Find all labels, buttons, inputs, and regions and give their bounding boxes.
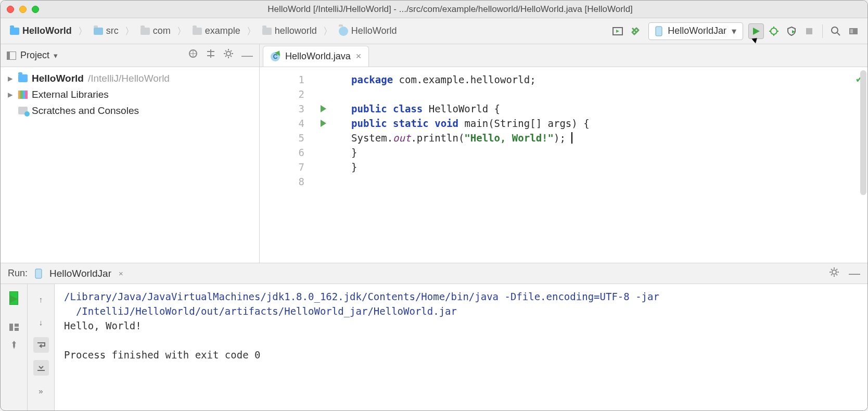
console-output[interactable]: /Library/Java/JavaVirtualMachines/jdk1.8… bbox=[55, 284, 867, 410]
external-libraries-node[interactable]: ▸ External Libraries bbox=[1, 86, 259, 102]
tab-label: HelloWorld.java bbox=[285, 51, 351, 62]
run-configuration-select[interactable]: HelloWorldJar ▾ bbox=[648, 22, 743, 40]
text-caret bbox=[566, 132, 572, 144]
main-area: Project ▾ — ▸ HelloWorld /IntelliJ/Hello… bbox=[1, 44, 867, 263]
hide-icon[interactable]: — bbox=[241, 49, 253, 62]
minimize-window-button[interactable] bbox=[19, 6, 27, 13]
editor-area: C HelloWorld.java × ✔ 1 2 3 4 5 6 7 8 pa… bbox=[260, 44, 867, 263]
svg-point-11 bbox=[832, 27, 838, 33]
svg-line-28 bbox=[225, 50, 226, 52]
debug-button[interactable] bbox=[766, 23, 782, 39]
pin-icon[interactable] bbox=[10, 340, 18, 350]
scratches-node[interactable]: ▸ Scratches and Consoles bbox=[1, 102, 259, 119]
line-number: 6 bbox=[260, 145, 304, 160]
run-dashboard-icon[interactable] bbox=[610, 23, 626, 39]
breadcrumb-item[interactable]: HelloWorld bbox=[22, 25, 72, 36]
run-panel-body: ▶ ↑ ↓ » /Library/Java/JavaVirtualMachine… bbox=[1, 284, 867, 410]
scratches-icon bbox=[18, 107, 28, 114]
breadcrumb-separator-icon: 〉 bbox=[174, 25, 189, 37]
gear-icon[interactable] bbox=[829, 267, 839, 280]
svg-line-41 bbox=[831, 274, 832, 275]
code-token: void bbox=[435, 118, 458, 129]
zoom-window-button[interactable] bbox=[32, 6, 39, 13]
console-line: /IntelliJ/HelloWorld/out/artifacts/Hello… bbox=[64, 305, 457, 317]
rerun-button[interactable]: ▶ bbox=[9, 291, 18, 305]
chevron-down-icon: ▾ bbox=[732, 25, 736, 37]
soft-wrap-icon[interactable] bbox=[33, 337, 49, 353]
breadcrumb-item[interactable]: HelloWorld bbox=[351, 25, 397, 36]
layout-button[interactable] bbox=[9, 324, 19, 331]
navigation-bar: HelloWorld 〉 src 〉 com 〉 example 〉 hello… bbox=[1, 18, 867, 44]
project-root-node[interactable]: ▸ HelloWorld /IntelliJ/HelloWorld bbox=[1, 70, 259, 86]
more-icon[interactable]: » bbox=[33, 383, 49, 399]
window-controls bbox=[7, 6, 39, 13]
project-tool-window: Project ▾ — ▸ HelloWorld /IntelliJ/Hello… bbox=[1, 44, 260, 263]
breadcrumb-item[interactable]: example bbox=[205, 25, 240, 36]
stop-button[interactable] bbox=[801, 23, 817, 39]
svg-rect-32 bbox=[35, 269, 42, 278]
svg-rect-44 bbox=[15, 328, 19, 331]
run-button[interactable] bbox=[748, 23, 764, 39]
line-number: 1 bbox=[260, 72, 304, 87]
project-structure-button[interactable] bbox=[846, 23, 861, 39]
code-token: out bbox=[393, 132, 411, 144]
expand-arrow-icon[interactable]: ▸ bbox=[8, 88, 14, 100]
console-line: Hello, World! bbox=[64, 320, 142, 331]
editor-gutter[interactable]: 1 2 3 4 5 6 7 8 bbox=[260, 67, 310, 263]
breadcrumb-separator-icon: 〉 bbox=[320, 25, 336, 37]
expand-all-icon[interactable] bbox=[206, 49, 215, 62]
run-action-column: ▶ bbox=[1, 284, 28, 410]
close-run-tab-icon[interactable]: × bbox=[119, 269, 123, 278]
breadcrumb: HelloWorld 〉 src 〉 com 〉 example 〉 hello… bbox=[10, 25, 397, 37]
svg-point-23 bbox=[226, 52, 231, 56]
folder-icon bbox=[141, 28, 150, 35]
breadcrumb-item[interactable]: src bbox=[106, 25, 119, 36]
line-number: 4 bbox=[260, 116, 304, 131]
toolbar-separator bbox=[822, 24, 823, 38]
locate-icon[interactable] bbox=[188, 49, 198, 62]
project-panel-label[interactable]: Project bbox=[20, 50, 49, 61]
scroll-to-end-icon[interactable] bbox=[33, 360, 49, 376]
close-window-button[interactable] bbox=[7, 6, 14, 13]
code-token: } bbox=[351, 145, 867, 160]
search-everywhere-button[interactable] bbox=[828, 23, 844, 39]
code-token: .println( bbox=[411, 132, 464, 144]
class-icon: C bbox=[271, 52, 280, 61]
editor-tab[interactable]: C HelloWorld.java × bbox=[263, 46, 369, 67]
build-icon[interactable] bbox=[628, 23, 643, 39]
code-token: ); bbox=[554, 132, 566, 144]
line-number: 5 bbox=[260, 131, 304, 145]
hide-icon[interactable]: — bbox=[849, 267, 860, 280]
project-tree[interactable]: ▸ HelloWorld /IntelliJ/HelloWorld ▸ Exte… bbox=[1, 67, 259, 263]
run-config-name[interactable]: HelloWorldJar bbox=[49, 268, 111, 279]
class-icon bbox=[339, 27, 348, 36]
folder-icon bbox=[262, 28, 272, 35]
svg-rect-14 bbox=[850, 29, 853, 33]
breadcrumb-separator-icon: 〉 bbox=[122, 25, 137, 37]
project-panel-header: Project ▾ — bbox=[1, 44, 259, 67]
line-number: 2 bbox=[260, 87, 304, 101]
svg-line-31 bbox=[225, 56, 226, 57]
run-panel-label: Run: bbox=[8, 268, 28, 279]
module-icon bbox=[10, 28, 19, 35]
expand-arrow-icon[interactable]: ▸ bbox=[8, 72, 14, 84]
gear-icon[interactable] bbox=[224, 49, 233, 62]
jar-icon bbox=[35, 268, 42, 279]
breadcrumb-item[interactable]: com bbox=[153, 25, 171, 36]
svg-line-30 bbox=[231, 50, 232, 52]
code-content[interactable]: package com.example.helloworld; public c… bbox=[310, 67, 867, 263]
up-stack-icon[interactable]: ↑ bbox=[33, 291, 49, 307]
close-tab-icon[interactable]: × bbox=[356, 51, 362, 62]
code-token: public bbox=[351, 103, 387, 114]
coverage-button[interactable] bbox=[784, 23, 799, 39]
node-label: Scratches and Consoles bbox=[32, 105, 139, 117]
breadcrumb-item[interactable]: helloworld bbox=[275, 25, 317, 36]
folder-icon bbox=[193, 28, 202, 35]
down-stack-icon[interactable]: ↓ bbox=[33, 314, 49, 330]
chevron-down-icon[interactable]: ▾ bbox=[54, 51, 58, 60]
line-number: 8 bbox=[260, 174, 304, 189]
run-tool-window: Run: HelloWorldJar × — ▶ ↑ ↓ » /Library/… bbox=[1, 263, 867, 410]
svg-marker-1 bbox=[616, 30, 619, 33]
code-editor[interactable]: ✔ 1 2 3 4 5 6 7 8 package com.example.he… bbox=[260, 67, 867, 263]
code-token: } bbox=[351, 160, 867, 174]
